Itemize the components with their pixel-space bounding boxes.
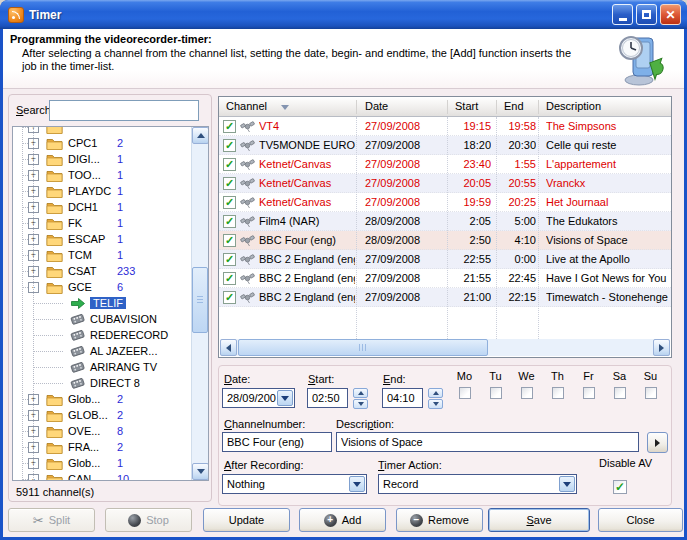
row-checkbox[interactable]: ✓ (223, 234, 236, 247)
scroll-down-button[interactable] (192, 463, 209, 480)
day-checkbox-fr[interactable] (583, 387, 595, 399)
tree-channel-label[interactable]: DIRECT 8 (90, 377, 140, 389)
end-time-stepper[interactable] (428, 388, 443, 409)
tree-expand-toggle[interactable]: + (28, 442, 39, 453)
row-checkbox[interactable]: ✓ (223, 215, 236, 228)
timer-row[interactable]: ✓Film4 (NAR)28/09/20082:055:00The Edukat… (219, 212, 671, 231)
row-checkbox[interactable]: ✓ (223, 253, 236, 266)
date-picker[interactable]: 28/09/2008 (222, 388, 295, 408)
add-button[interactable]: + Add (299, 508, 386, 532)
tree-channel-label[interactable]: TELIF (90, 297, 126, 309)
tree-item[interactable]: ARIRANG TV (13, 359, 191, 375)
column-header-end[interactable]: End (504, 100, 524, 112)
close-dialog-button[interactable]: Close (598, 508, 683, 532)
tree-item[interactable]: -CAN...10 (13, 471, 191, 481)
row-checkbox[interactable]: ✓ (223, 158, 236, 171)
tree-item-label[interactable]: GCE (68, 281, 92, 293)
column-header-date[interactable]: Date (365, 100, 388, 112)
tree-item-label[interactable]: DIGI... (68, 153, 100, 165)
timer-list-header[interactable]: Channel Date Start End Description (219, 97, 671, 117)
tree-item[interactable]: + (13, 126, 191, 135)
tree-item[interactable]: +DIGI...1 (13, 151, 191, 167)
description-input[interactable] (336, 432, 639, 452)
row-checkbox[interactable]: ✓ (223, 177, 236, 190)
tree-item[interactable]: TELIF (13, 295, 191, 311)
timer-list-hscrollbar[interactable] (220, 339, 670, 356)
column-header-start[interactable]: Start (455, 100, 478, 112)
tree-item[interactable]: +TCM1 (13, 247, 191, 263)
save-button[interactable]: Save (488, 508, 590, 532)
tree-item-label[interactable]: CAN... (68, 473, 100, 481)
tree-scrollbar-thumb[interactable] (192, 267, 208, 333)
timer-row[interactable]: ✓TV5MONDE EUROPE27/09/200818:2020:30Cell… (219, 136, 671, 155)
end-time-input[interactable] (382, 388, 423, 408)
tree-item[interactable]: +Glob...2 (13, 391, 191, 407)
day-checkbox-tu[interactable] (490, 387, 502, 399)
tree-item-label[interactable]: TCM (68, 249, 92, 261)
start-time-stepper[interactable] (353, 388, 368, 409)
tree-expand-toggle[interactable]: + (28, 266, 39, 277)
row-checkbox[interactable]: ✓ (223, 196, 236, 209)
tree-item[interactable]: CUBAVISION (13, 311, 191, 327)
timer-row[interactable]: ✓Ketnet/Canvas27/09/200820:0520:55Vranck… (219, 174, 671, 193)
tree-expand-toggle[interactable]: + (28, 218, 39, 229)
scroll-right-button[interactable] (653, 339, 670, 356)
tree-channel-label[interactable]: REDERECORD (90, 329, 168, 341)
tree-item[interactable]: +ESCAP1 (13, 231, 191, 247)
tree-channel-label[interactable]: CUBAVISION (90, 313, 157, 325)
timer-row[interactable]: ✓BBC Four (eng)28/09/20082:504:10Visions… (219, 231, 671, 250)
row-checkbox[interactable]: ✓ (223, 272, 236, 285)
timer-row[interactable]: ✓VT427/09/200819:1519:58The Simpsons (219, 117, 671, 136)
tree-item-label[interactable]: FRA... (68, 441, 99, 453)
titlebar[interactable]: Timer ✕ (0, 0, 687, 29)
tree-item-label[interactable]: GLOB... (68, 409, 108, 421)
tree-item-label[interactable]: Glob... (68, 393, 100, 405)
tree-expand-toggle[interactable]: + (28, 154, 39, 165)
row-checkbox[interactable]: ✓ (223, 291, 236, 304)
start-time-input[interactable] (307, 388, 348, 408)
tree-expand-toggle[interactable]: + (28, 138, 39, 149)
dropdown-button[interactable] (559, 476, 575, 492)
minimize-button[interactable] (612, 4, 633, 25)
hscrollbar-thumb[interactable] (238, 339, 488, 356)
timer-row[interactable]: ✓BBC 2 England (eng)27/09/200821:5522:45… (219, 269, 671, 288)
tree-expand-toggle[interactable]: + (28, 410, 39, 421)
tree-channel-label[interactable]: AL JAZEER... (90, 345, 157, 357)
tree-expand-toggle[interactable]: + (28, 202, 39, 213)
timer-row[interactable]: ✓Ketnet/Canvas27/09/200819:5920:25Het Jo… (219, 193, 671, 212)
timer-row[interactable]: ✓BBC 2 England (eng)27/09/200821:0022:15… (219, 288, 671, 307)
tree-expand-toggle[interactable]: + (28, 126, 39, 133)
tree-channel-label[interactable]: ARIRANG TV (90, 361, 157, 373)
tree-item[interactable]: DIRECT 8 (13, 375, 191, 391)
tree-item[interactable]: +CPC12 (13, 135, 191, 151)
spin-down-button[interactable] (428, 399, 443, 409)
tree-item[interactable]: +OVE...8 (13, 423, 191, 439)
tree-expand-toggle[interactable]: + (28, 250, 39, 261)
disable-av-checkbox[interactable]: ✓ (613, 480, 627, 494)
remove-button[interactable]: − Remove (396, 508, 483, 532)
update-button[interactable]: Update (203, 508, 290, 532)
tree-item[interactable]: +FK1 (13, 215, 191, 231)
tree-item-label[interactable]: FK (68, 217, 82, 229)
day-checkbox-mo[interactable] (459, 387, 471, 399)
tree-expand-toggle[interactable]: + (28, 426, 39, 437)
tree-item[interactable]: REDERECORD (13, 327, 191, 343)
split-button[interactable]: ✂ Split (8, 508, 95, 532)
tree-item-label[interactable]: PLAYDC (68, 185, 111, 197)
tree-item-label[interactable]: ESCAP (68, 233, 105, 245)
day-checkbox-su[interactable] (645, 387, 657, 399)
stop-button[interactable]: Stop (105, 508, 192, 532)
close-button[interactable]: ✕ (660, 4, 681, 25)
tree-item[interactable]: +Glob...1 (13, 455, 191, 471)
timer-action-select[interactable]: Record (378, 474, 577, 494)
tree-item[interactable]: +TOO...1 (13, 167, 191, 183)
timer-row[interactable]: ✓BBC 2 England (eng)27/09/200822:550:00L… (219, 250, 671, 269)
tree-scrollbar[interactable] (191, 127, 208, 480)
tree-item[interactable]: +PLAYDC1 (13, 183, 191, 199)
tree-expand-toggle[interactable]: + (28, 186, 39, 197)
spin-up-button[interactable] (353, 388, 368, 398)
tree-item[interactable]: -GCE6 (13, 279, 191, 295)
scroll-left-button[interactable] (220, 339, 237, 356)
tree-collapse-toggle[interactable]: - (28, 282, 39, 293)
tree-item-label[interactable]: DCH1 (68, 201, 98, 213)
